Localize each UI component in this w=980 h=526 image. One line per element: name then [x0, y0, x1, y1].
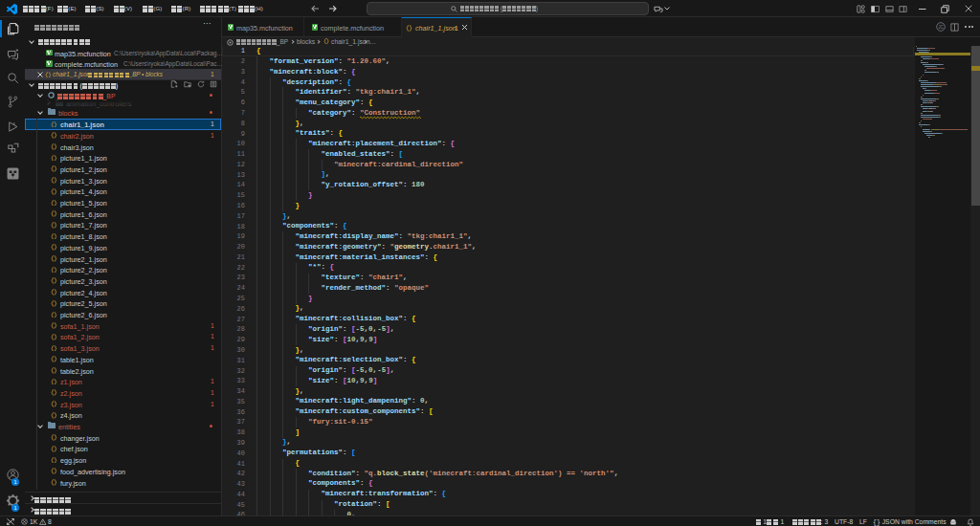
svg-text:JC: JC — [938, 25, 944, 30]
